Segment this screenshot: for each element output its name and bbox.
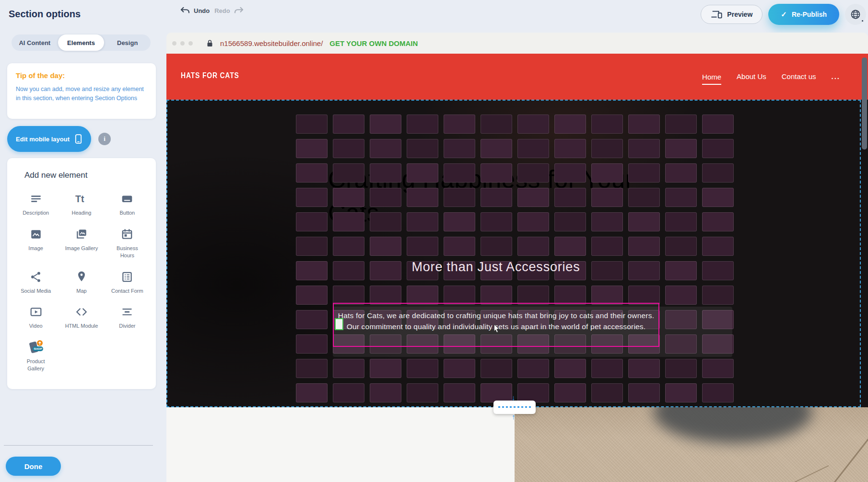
hero-tile	[333, 139, 364, 158]
add-element-image[interactable]: Image	[13, 227, 59, 259]
globe-badge	[861, 19, 864, 23]
nav-item-contact-us[interactable]: Contact us	[782, 72, 816, 81]
site-preview-frame: n1566589.websitebuilder.online/ GET YOUR…	[166, 33, 868, 482]
element-grid: DescriptionTtHeadingButtonImageImage Gal…	[13, 192, 150, 372]
hero-tile	[407, 359, 438, 378]
element-drag-handle[interactable]	[335, 318, 343, 330]
svg-text:SHOP: SHOP	[34, 347, 42, 351]
nav-item-home[interactable]: Home	[702, 73, 721, 85]
hero-tile	[333, 212, 364, 231]
add-element-image-gallery[interactable]: Image Gallery	[59, 227, 104, 259]
hero-tile	[628, 383, 660, 402]
tab-elements[interactable]: Elements	[58, 34, 105, 51]
undo-button[interactable]: Undo	[180, 7, 210, 14]
add-element-video[interactable]: Video	[13, 305, 59, 330]
add-element-html-module[interactable]: HTML Module	[59, 305, 104, 330]
hero-tile	[702, 237, 734, 256]
add-element-contact-form[interactable]: Contact Form	[105, 270, 150, 295]
add-element-product-gallery[interactable]: SHOPProduct Gallery	[13, 340, 59, 372]
hero-section[interactable]: Crafting Happiness for Your Cats More th…	[166, 100, 868, 407]
hero-description-line1: Hats for Cats, we are dedicated to craft…	[334, 310, 658, 321]
site-url[interactable]: n1566589.websitebuilder.online/	[220, 39, 323, 47]
hero-tile	[407, 115, 438, 134]
preview-label: Preview	[727, 11, 752, 18]
tab-ai-content[interactable]: AI Content	[12, 34, 58, 51]
site-logo[interactable]: HATS FOR CATS	[181, 71, 239, 80]
browser-chrome: n1566589.websitebuilder.online/ GET YOUR…	[166, 33, 868, 54]
site-nav: HomeAbout UsContact us...	[702, 54, 840, 100]
element-label: Map	[64, 287, 99, 295]
hero-tile	[628, 188, 660, 207]
hero-tile	[333, 286, 364, 305]
republish-button[interactable]: ✓ Re-Publish	[768, 4, 839, 25]
hero-tile	[591, 212, 623, 231]
hero-tile	[370, 286, 401, 305]
hero-tile	[702, 115, 734, 134]
add-element-map[interactable]: Map	[59, 270, 104, 295]
add-element-social-media[interactable]: Social Media	[13, 270, 59, 295]
add-element-button[interactable]: Button	[105, 192, 150, 217]
hero-tile	[296, 310, 328, 329]
contact-form-icon	[121, 270, 133, 284]
nav-item-about-us[interactable]: About Us	[737, 72, 766, 81]
window-dots	[172, 41, 193, 46]
hero-tile	[481, 237, 512, 256]
nav-more-menu[interactable]: ...	[831, 72, 840, 81]
section-options-panel: Section options AI ContentElementsDesign…	[0, 0, 157, 482]
hero-tile	[517, 286, 549, 305]
hero-tile	[628, 163, 660, 183]
preview-button[interactable]: Preview	[701, 5, 762, 24]
image-gallery-icon	[75, 227, 88, 241]
get-domain-link[interactable]: GET YOUR OWN DOMAIN	[329, 39, 418, 47]
hero-tile	[333, 163, 364, 183]
arrow-down-icon: ↓	[512, 394, 516, 401]
hero-tile	[665, 383, 697, 402]
redo-label: Redo	[214, 7, 230, 14]
hero-tile	[481, 359, 512, 378]
add-element-description[interactable]: Description	[13, 192, 59, 217]
add-element-heading[interactable]: TtHeading	[59, 192, 104, 217]
section-resize-handle[interactable]: ↓ ↑	[493, 394, 536, 421]
video-icon	[29, 305, 43, 319]
done-button[interactable]: Done	[6, 457, 61, 476]
panel-tabbar: AI ContentElementsDesign	[12, 34, 151, 51]
image-icon	[30, 227, 42, 241]
hero-tile	[628, 139, 660, 158]
button-icon	[120, 192, 134, 206]
hero-tile	[370, 188, 401, 207]
page-scrollbar[interactable]	[862, 57, 867, 149]
hero-tile	[554, 212, 586, 231]
hero-tile	[296, 212, 328, 231]
tab-design[interactable]: Design	[104, 34, 151, 51]
hero-tile	[665, 212, 697, 231]
heading-icon: Tt	[75, 192, 88, 206]
hero-tile	[554, 188, 586, 207]
element-label: Heading	[64, 209, 99, 217]
element-label: Button	[110, 209, 144, 217]
add-element-card: Add new element DescriptionTtHeadingButt…	[7, 158, 156, 389]
phone-icon	[74, 133, 82, 145]
undo-label: Undo	[194, 7, 210, 14]
product-gallery-icon: SHOP	[26, 340, 46, 355]
hero-tile	[444, 286, 475, 305]
hero-subtitle[interactable]: More than Just Accessories	[166, 260, 825, 275]
hero-background-tiles	[296, 115, 734, 402]
devices-icon	[711, 10, 723, 19]
info-icon[interactable]: i	[98, 133, 111, 145]
hero-tile	[481, 115, 512, 134]
hero-tile	[628, 359, 660, 378]
hero-tile	[296, 334, 328, 354]
hero-tile	[296, 237, 328, 256]
add-element-business-hours[interactable]: Business Hours	[105, 227, 150, 259]
element-label: Divider	[110, 322, 144, 330]
language-globe-button[interactable]	[845, 4, 866, 25]
hero-tile	[370, 237, 401, 256]
hero-tile	[333, 115, 364, 134]
hero-tile	[296, 139, 328, 158]
redo-button[interactable]: Redo	[214, 7, 244, 14]
add-element-divider[interactable]: Divider	[105, 305, 150, 330]
hero-tile	[517, 237, 549, 256]
hero-tile	[628, 237, 660, 256]
edit-mobile-layout-button[interactable]: Edit mobile layout	[7, 126, 91, 152]
element-label: Image Gallery	[64, 245, 99, 252]
